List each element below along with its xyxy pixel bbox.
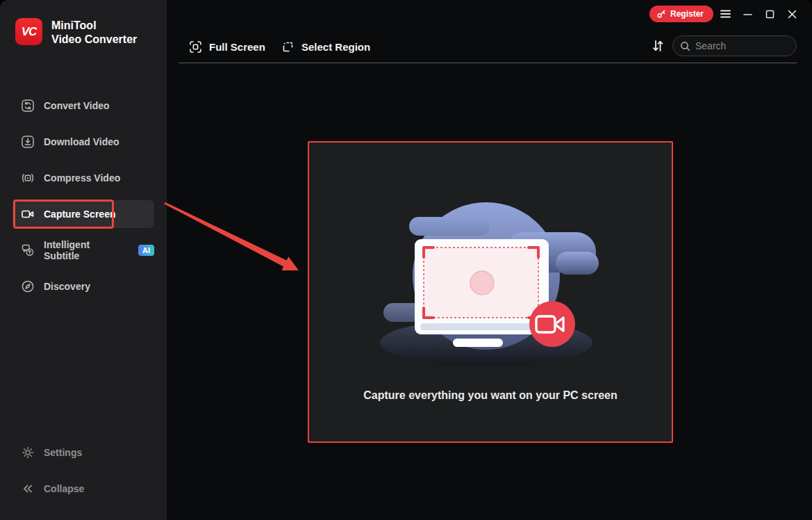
sidebar-item-label: Convert Video (44, 100, 110, 111)
search-box (672, 35, 797, 56)
compress-icon (21, 171, 35, 185)
menu-button[interactable] (716, 6, 734, 22)
sidebar-item-label: Download Video (44, 136, 119, 147)
sort-button[interactable] (650, 38, 665, 54)
minimize-icon (743, 10, 752, 19)
capture-screen-panel[interactable]: Capture everything you want on your PC s… (308, 141, 673, 443)
full-screen-button[interactable]: Full Screen (189, 36, 265, 57)
sidebar-item-settings[interactable]: Settings (13, 439, 154, 466)
app-title-line1: MiniTool (51, 19, 137, 33)
sidebar-item-label: Compress Video (44, 172, 120, 184)
close-button[interactable] (783, 6, 801, 22)
capture-caption: Capture everything you want on your PC s… (309, 389, 672, 402)
collapse-icon (21, 482, 35, 496)
app-header: VC MiniTool Video Converter (15, 18, 137, 47)
discovery-icon (21, 279, 35, 293)
ai-badge: AI (138, 245, 154, 256)
register-button[interactable]: Register (649, 6, 713, 22)
sidebar-item-label: Discovery (44, 281, 90, 292)
minimize-button[interactable] (738, 6, 756, 22)
sidebar-item-label: Capture Screen (44, 209, 115, 220)
full-screen-icon (189, 40, 202, 54)
sidebar-item-compress-video[interactable]: Compress Video (13, 164, 154, 192)
sidebar: VC MiniTool Video Converter Convert Vide… (0, 0, 167, 520)
sidebar-collapse-button[interactable]: Collapse (13, 475, 154, 503)
select-region-label: Select Region (301, 41, 370, 53)
app-logo: VC (15, 18, 42, 45)
sidebar-item-label: Settings (44, 447, 82, 458)
toolbar-divider (179, 63, 797, 63)
close-icon (788, 10, 797, 19)
key-icon (656, 9, 666, 19)
subtitle-icon (21, 243, 35, 257)
search-icon (680, 41, 690, 51)
register-label: Register (670, 9, 704, 19)
hamburger-icon (720, 10, 731, 18)
capture-icon (21, 207, 35, 221)
app-window: VC MiniTool Video Converter Convert Vide… (0, 0, 812, 520)
sidebar-item-discovery[interactable]: Discovery (13, 273, 154, 300)
search-input[interactable] (695, 40, 779, 51)
maximize-button[interactable] (761, 6, 779, 22)
select-region-button[interactable]: Select Region (281, 36, 370, 57)
sidebar-item-convert-video[interactable]: Convert Video (13, 92, 154, 120)
sidebar-item-download-video[interactable]: Download Video (13, 128, 154, 156)
app-title-line2: Video Converter (51, 33, 137, 47)
sidebar-item-label: Intelligent Subtitle (44, 239, 128, 261)
download-icon (21, 135, 35, 149)
sidebar-item-label: Collapse (44, 483, 84, 494)
gear-icon (21, 446, 35, 460)
convert-icon (21, 99, 35, 113)
sort-icon (650, 38, 665, 54)
maximize-icon (765, 10, 774, 19)
app-title: MiniTool Video Converter (51, 18, 137, 47)
sidebar-item-capture-screen[interactable]: Capture Screen (13, 200, 154, 228)
sidebar-item-intelligent-subtitle[interactable]: Intelligent Subtitle AI (13, 236, 154, 264)
select-region-icon (281, 40, 295, 54)
full-screen-label: Full Screen (209, 41, 265, 53)
